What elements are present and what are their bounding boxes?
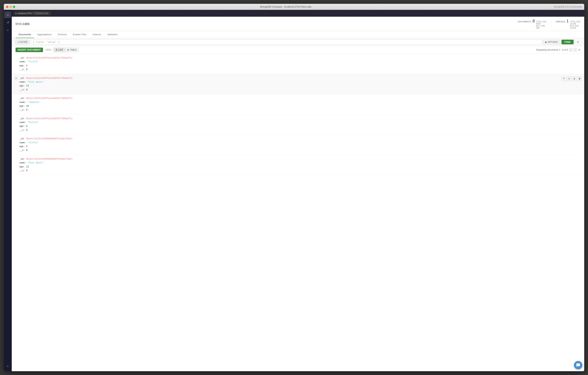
doc-field-id: _id: ObjectId(5c5af903b66d0f3cba61f5a6) [19,157,580,161]
collection-part: cats [23,22,30,26]
doc-field-id: _id: ObjectId(5c5af8f1e12a933c755ba974) [19,77,580,80]
doc-field-id: _id: ObjectId(5c5af903b66d0f3cba61f5a5) [19,137,580,141]
sidebar-home-icon[interactable]: ⌂ [4,11,11,18]
doc-field-v: __v: 0 [19,169,580,173]
doc-field-name: name: "Pink Spots" [19,80,580,84]
doc-actions: ✎ ⎘ ⧉ 🗑 [561,77,582,81]
tab-validation[interactable]: Validation [104,31,121,38]
main-content: ▶ localhost:27017 STANDALONE test.cats D… [12,10,584,371]
doc-field-name: name: "Fluffy" [19,60,580,64]
table-row: ✎ ⎘ ⧉ 🗑 _id: ObjectId(5c5af903b66d0f3cba… [12,155,584,175]
next-page-button[interactable]: › [574,48,577,52]
doc1-oid: 5c5af8f1e12a933c755ba973 [38,57,71,59]
doc-expand-button[interactable]: ▶ [15,77,18,80]
doc-field-v: __v: 0 [19,108,580,112]
doc5-v: 0 [26,149,27,152]
doc3-age: 16 [26,105,29,108]
server-info: ▶ localhost:27017 STANDALONE [14,11,51,15]
query-toolbar: ⊙ FILTER ▶ OPTIONS FIND ↺ [12,38,584,46]
doc6-name: Pink Spots [29,162,42,164]
indexes-label: INDEXES [556,21,565,23]
refresh-button[interactable]: ↺ [578,48,580,51]
list-icon: ☰ [55,49,58,51]
filter-label: FILTER [20,41,27,44]
list-label: LIST [58,49,63,51]
doc-field-age: age: 16 [19,104,580,108]
documents-count: 8 [533,19,535,23]
title-bar: MongoDB Compass - localhost:27017/test.c… [4,4,584,10]
doc3-oid: 5c5af8f1e12a933c755ba975 [38,97,71,100]
doc4-name: Callie [29,121,37,124]
filter-input[interactable] [31,40,541,44]
table-view-button[interactable]: ⊞ TABLE [65,48,79,52]
sidebar: ⌂ ↺ ⌕ + [4,10,12,371]
insert-document-button[interactable]: INSERT DOCUMENT [16,48,43,52]
tab-explain[interactable]: Explain Plan [70,31,89,38]
doc-field-name: name: "Tabatha" [19,100,580,104]
mongo-version: MongoDB 4.0.0 Community [554,5,582,8]
table-row: ✎ ⎘ ⧉ 🗑 _id: ObjectId(5c5af8f1e12a933c75… [12,94,584,114]
actions-bar: INSERT DOCUMENT VIEW ☰ LIST ⊞ TABLE Disp… [12,46,584,54]
doc-field-v: __v: 0 [19,68,580,71]
tab-aggregations[interactable]: Aggregations [34,31,55,38]
delete-doc-button[interactable]: 🗑 [578,77,582,81]
avg-size-label: AVG. SIZE [536,25,546,27]
sidebar-search-icon[interactable]: ⌕ [4,27,11,33]
doc-field-id: _id: ObjectId(5c5af8f1e12a933c755ba972) [19,117,580,121]
options-button[interactable]: ▶ OPTIONS [543,40,560,44]
table-row: ✎ ⎘ ⧉ 🗑 _id: ObjectId(5c5af903b66d0f3cba… [12,135,584,155]
doc4-oid: 5c5af8f1e12a933c755ba972 [38,117,71,120]
doc4-v: 0 [26,129,27,132]
doc-field-age: age: 12 [19,165,580,169]
view-label: VIEW [45,49,51,51]
find-button[interactable]: FIND [561,40,574,44]
doc-field-v: __v: 0 [19,88,580,92]
table-label: TABLE [70,49,77,51]
chat-button[interactable] [574,361,582,369]
sidebar-add-icon[interactable]: + [4,363,11,370]
reset-button[interactable]: ↺ [575,40,580,44]
filter-icon: ⊙ [18,41,19,43]
total-size-value: 466B [536,23,546,25]
close-button[interactable] [6,6,8,8]
indexes-count: 1 [567,19,569,23]
tab-indexes[interactable]: Indexes [89,31,104,38]
indexes-total-size-value: 16.0KB [570,23,580,25]
window-title: MongoDB Compass - localhost:27017/test.c… [17,5,554,8]
tabs: Documents Aggregations Schema Explain Pl… [12,31,584,38]
stats-divider [551,20,551,28]
doc-field-v: __v: 0 [19,148,580,152]
clone-doc-button[interactable]: ⧉ [572,77,577,81]
standalone-badge: STANDALONE [33,12,49,15]
doc5-age: 2 [26,145,27,148]
tab-schema[interactable]: Schema [54,31,70,38]
doc6-oid: 5c5af903b66d0f3cba61f5a6 [38,158,71,160]
top-bar: ▶ localhost:27017 STANDALONE [12,10,584,17]
doc2-v: 0 [26,88,27,91]
minimize-button[interactable] [10,6,12,8]
copy-doc-button[interactable]: ⎘ [567,77,571,81]
indexes-total-size-label: TOTAL SIZE [570,21,580,23]
doc2-name: Pink Spots [29,81,42,83]
doc-field-name: name: "Fluffy" [19,141,580,145]
doc-field-v: __v: 0 [19,128,580,132]
doc-field-age: age: 12 [19,84,580,88]
prev-page-button[interactable]: ‹ [569,48,572,52]
table-row: ✎ ⎘ ⧉ 🗑 _id: ObjectId(5c5af8f1e12a933c75… [12,54,584,74]
total-size-label: TOTAL SIZE [536,21,546,23]
pagination-info: Displaying documents 1 - 8 of 8 ‹ › ↺ [536,48,580,52]
list-view-button[interactable]: ☰ LIST [53,48,65,52]
maximize-button[interactable] [13,6,15,8]
collection-title: test.cats [16,22,30,26]
app-window: MongoDB Compass - localhost:27017/test.c… [4,4,584,371]
doc-field-age: age: 6 [19,124,580,128]
doc-field-id: _id: ObjectId(5c5af8f1e12a933c755ba973) [19,56,580,60]
sidebar-refresh-icon[interactable]: ↺ [4,19,11,26]
doc-field-age: age: 2 [19,64,580,68]
tab-documents[interactable]: Documents [16,31,34,38]
edit-doc-button[interactable]: ✎ [561,77,566,81]
filter-button[interactable]: ⊙ FILTER [16,40,30,44]
options-arrow-icon: ▶ [545,41,547,44]
documents-label: DOCUMENTS [518,21,531,23]
doc3-v: 0 [26,109,27,111]
